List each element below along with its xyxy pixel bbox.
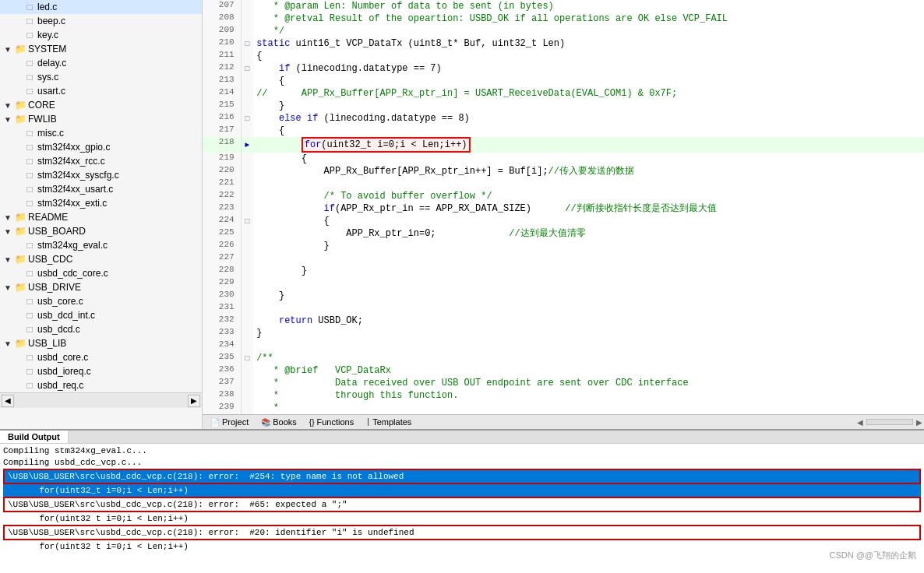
sidebar-item-USB_CDC[interactable]: ▼ 📁 USB_CDC bbox=[0, 252, 202, 266]
fold-gutter[interactable]: ► bbox=[241, 137, 253, 153]
nav-functions[interactable]: {} Functions bbox=[303, 416, 360, 428]
line-code[interactable]: { bbox=[253, 75, 923, 87]
sidebar-item-USB_LIB[interactable]: ▼ 📁 USB_LIB bbox=[0, 336, 202, 350]
expand-collapse-icon[interactable]: ▼ bbox=[3, 225, 12, 237]
fold-gutter[interactable] bbox=[241, 75, 253, 87]
line-code[interactable]: */ bbox=[253, 25, 923, 37]
line-code[interactable]: { bbox=[253, 50, 923, 62]
fold-gutter[interactable] bbox=[241, 315, 253, 327]
sidebar-item-usb-dcd-int[interactable]: □ usb_dcd_int.c bbox=[0, 308, 202, 322]
sidebar-item-usart[interactable]: □ usart.c bbox=[0, 84, 202, 98]
sidebar-item-usbd-ioreq[interactable]: □ usbd_ioreq.c bbox=[0, 364, 202, 378]
sidebar-item-FWLIB[interactable]: ▼ 📁 FWLIB bbox=[0, 112, 202, 126]
line-code[interactable]: static uint16_t VCP_DataTx (uint8_t* Buf… bbox=[253, 37, 923, 50]
expand-collapse-icon[interactable]: ▼ bbox=[3, 99, 12, 111]
line-code[interactable] bbox=[253, 339, 923, 352]
line-code[interactable]: APP_Rx_ptr_in=0; //达到最大值清零 bbox=[253, 227, 923, 240]
scroll-left-code[interactable]: ◀ bbox=[857, 418, 863, 427]
fold-gutter[interactable]: □ bbox=[241, 352, 253, 364]
fold-gutter[interactable]: □ bbox=[241, 37, 253, 50]
sidebar-item-misc[interactable]: □ misc.c bbox=[0, 126, 202, 140]
fold-gutter[interactable] bbox=[241, 12, 253, 25]
expand-collapse-icon[interactable]: ▼ bbox=[3, 113, 12, 125]
fold-gutter[interactable] bbox=[241, 190, 253, 202]
sidebar-item-USB_DRIVE[interactable]: ▼ 📁 USB_DRIVE bbox=[0, 280, 202, 294]
fold-gutter[interactable] bbox=[241, 277, 253, 290]
sidebar-item-gpio[interactable]: □ stm32f4xx_gpio.c bbox=[0, 140, 202, 154]
tab-build-output[interactable]: Build Output bbox=[0, 431, 69, 443]
nav-books[interactable]: 📚 Books bbox=[255, 416, 303, 428]
horizontal-scrollbar[interactable] bbox=[866, 419, 913, 425]
output-error-3[interactable]: \USB\USB_USER\src\usbd_cdc_vcp.c(218): e… bbox=[3, 525, 921, 540]
line-code[interactable]: } bbox=[253, 265, 923, 277]
fold-gutter[interactable] bbox=[241, 178, 253, 190]
fold-gutter[interactable] bbox=[241, 339, 253, 352]
scroll-right-code[interactable]: ▶ bbox=[916, 418, 922, 427]
line-code[interactable]: { bbox=[253, 153, 923, 165]
line-code[interactable]: else if (linecoding.datatype == 8) bbox=[253, 112, 923, 125]
line-code[interactable]: } bbox=[253, 100, 923, 112]
fold-gutter[interactable] bbox=[241, 389, 253, 402]
line-code[interactable] bbox=[253, 252, 923, 265]
fold-gutter[interactable] bbox=[241, 377, 253, 389]
line-code[interactable]: } bbox=[253, 327, 923, 339]
fold-gutter[interactable]: □ bbox=[241, 215, 253, 227]
fold-gutter[interactable] bbox=[241, 87, 253, 100]
line-code[interactable]: * bbox=[253, 402, 923, 414]
sidebar-item-usb-core[interactable]: □ usb_core.c bbox=[0, 294, 202, 308]
line-code[interactable]: * @retval Result of the opeartion: USBD_… bbox=[253, 12, 923, 25]
fold-gutter[interactable] bbox=[241, 165, 253, 178]
fold-gutter[interactable]: □ bbox=[241, 62, 253, 75]
fold-gutter[interactable] bbox=[241, 202, 253, 215]
nav-templates[interactable]: ⏐ Templates bbox=[360, 416, 418, 428]
output-error-1[interactable]: \USB\USB_USER\src\usbd_cdc_vcp.c(218): e… bbox=[3, 469, 921, 484]
line-code[interactable]: } bbox=[253, 240, 923, 252]
fold-gutter[interactable] bbox=[241, 100, 253, 112]
fold-gutter[interactable] bbox=[241, 240, 253, 252]
fold-gutter[interactable] bbox=[241, 252, 253, 265]
fold-gutter[interactable] bbox=[241, 125, 253, 137]
sidebar-item-key[interactable]: □ key.c bbox=[0, 28, 202, 42]
sidebar-item-rcc[interactable]: □ stm32f4xx_rcc.c bbox=[0, 154, 202, 168]
sidebar-item-usb-dcd[interactable]: □ usb_dcd.c bbox=[0, 322, 202, 336]
line-code[interactable]: { bbox=[253, 125, 923, 137]
fold-gutter[interactable] bbox=[241, 402, 253, 414]
line-code[interactable]: * through this function. bbox=[253, 389, 923, 402]
fold-gutter[interactable]: □ bbox=[241, 112, 253, 125]
expand-collapse-icon[interactable]: ▼ bbox=[3, 211, 12, 223]
line-code[interactable]: /* To avoid buffer overflow */ bbox=[253, 190, 923, 202]
fold-gutter[interactable] bbox=[241, 50, 253, 62]
line-code[interactable]: for(uint32_t i=0;i < Len;i++) bbox=[253, 137, 923, 153]
sidebar-item-exti[interactable]: □ stm32f4xx_exti.c bbox=[0, 196, 202, 210]
fold-gutter[interactable] bbox=[241, 364, 253, 377]
sidebar-item-usbd-req[interactable]: □ usbd_req.c bbox=[0, 378, 202, 392]
line-code[interactable]: { bbox=[253, 215, 923, 227]
line-code[interactable] bbox=[253, 178, 923, 190]
line-code[interactable]: } bbox=[253, 290, 923, 302]
line-code[interactable]: /** bbox=[253, 352, 923, 364]
fold-gutter[interactable] bbox=[241, 0, 253, 12]
line-code[interactable]: * Data received over USB OUT endpoint ar… bbox=[253, 377, 923, 389]
line-code[interactable]: * @brief VCP_DataRx bbox=[253, 364, 923, 377]
line-code[interactable]: if(APP_Rx_ptr_in == APP_RX_DATA_SIZE) //… bbox=[253, 202, 923, 215]
build-output-content[interactable]: Compiling stm324xg_eval.c... Compiling u… bbox=[0, 444, 924, 573]
fold-gutter[interactable] bbox=[241, 265, 253, 277]
line-code[interactable]: return USBD_OK; bbox=[253, 315, 923, 327]
line-code[interactable]: * @param Len: Number of data to be sent … bbox=[253, 0, 923, 12]
fold-gutter[interactable] bbox=[241, 227, 253, 240]
expand-collapse-icon[interactable]: ▼ bbox=[3, 253, 12, 265]
fold-gutter[interactable] bbox=[241, 302, 253, 315]
sidebar-item-syscfg[interactable]: □ stm32f4xx_syscfg.c bbox=[0, 168, 202, 182]
sidebar-item-SYSTEM[interactable]: ▼ 📁 SYSTEM bbox=[0, 42, 202, 56]
sidebar-item-beep[interactable]: □ beep.c bbox=[0, 14, 202, 28]
sidebar-item-stm-usart[interactable]: □ stm32f4xx_usart.c bbox=[0, 182, 202, 196]
fold-gutter[interactable] bbox=[241, 25, 253, 37]
fold-gutter[interactable] bbox=[241, 327, 253, 339]
scroll-right-btn[interactable]: ▶ bbox=[188, 395, 200, 407]
sidebar-item-sys[interactable]: □ sys.c bbox=[0, 70, 202, 84]
sidebar-item-CORE[interactable]: ▼ 📁 CORE bbox=[0, 98, 202, 112]
output-error-2[interactable]: \USB\USB_USER\src\usbd_cdc_vcp.c(218): e… bbox=[3, 497, 921, 512]
sidebar-item-led[interactable]: □ led.c bbox=[0, 0, 202, 14]
sidebar-item-delay[interactable]: □ delay.c bbox=[0, 56, 202, 70]
line-code[interactable]: APP_Rx_Buffer[APP_Rx_ptr_in++] = Buf[i];… bbox=[253, 165, 923, 178]
